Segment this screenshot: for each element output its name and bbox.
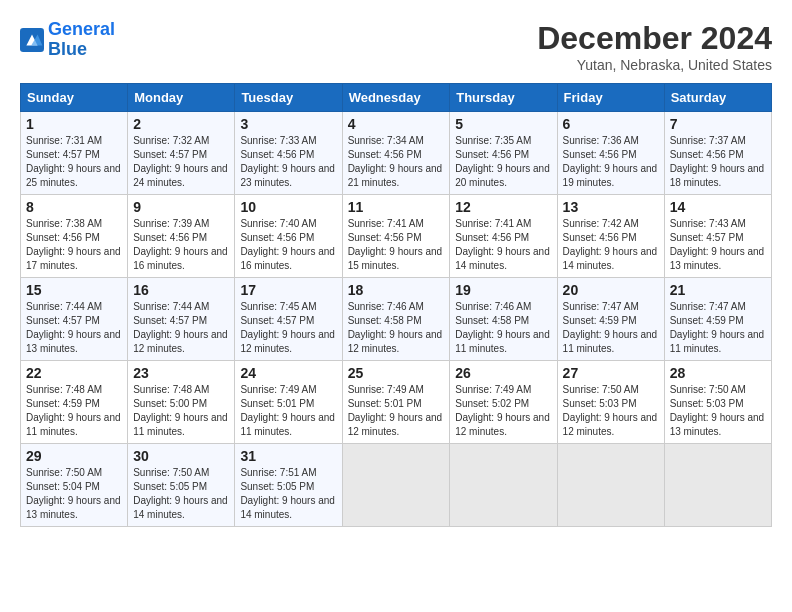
calendar-cell: 30Sunrise: 7:50 AMSunset: 5:05 PMDayligh… bbox=[128, 444, 235, 527]
day-number: 23 bbox=[133, 365, 229, 381]
calendar-cell: 21Sunrise: 7:47 AMSunset: 4:59 PMDayligh… bbox=[664, 278, 771, 361]
calendar-cell: 28Sunrise: 7:50 AMSunset: 5:03 PMDayligh… bbox=[664, 361, 771, 444]
calendar-title: December 2024 bbox=[537, 20, 772, 57]
calendar-cell: 27Sunrise: 7:50 AMSunset: 5:03 PMDayligh… bbox=[557, 361, 664, 444]
calendar-cell: 2Sunrise: 7:32 AMSunset: 4:57 PMDaylight… bbox=[128, 112, 235, 195]
day-number: 30 bbox=[133, 448, 229, 464]
day-detail: Sunrise: 7:48 AMSunset: 4:59 PMDaylight:… bbox=[26, 383, 122, 439]
day-detail: Sunrise: 7:46 AMSunset: 4:58 PMDaylight:… bbox=[455, 300, 551, 356]
day-number: 26 bbox=[455, 365, 551, 381]
calendar-cell: 19Sunrise: 7:46 AMSunset: 4:58 PMDayligh… bbox=[450, 278, 557, 361]
day-detail: Sunrise: 7:50 AMSunset: 5:04 PMDaylight:… bbox=[26, 466, 122, 522]
calendar-subtitle: Yutan, Nebraska, United States bbox=[537, 57, 772, 73]
day-number: 15 bbox=[26, 282, 122, 298]
calendar-cell bbox=[450, 444, 557, 527]
col-header-saturday: Saturday bbox=[664, 84, 771, 112]
day-number: 24 bbox=[240, 365, 336, 381]
day-number: 12 bbox=[455, 199, 551, 215]
calendar-cell: 23Sunrise: 7:48 AMSunset: 5:00 PMDayligh… bbox=[128, 361, 235, 444]
logo-line1: General bbox=[48, 19, 115, 39]
day-detail: Sunrise: 7:34 AMSunset: 4:56 PMDaylight:… bbox=[348, 134, 445, 190]
day-number: 17 bbox=[240, 282, 336, 298]
calendar-cell: 20Sunrise: 7:47 AMSunset: 4:59 PMDayligh… bbox=[557, 278, 664, 361]
day-detail: Sunrise: 7:36 AMSunset: 4:56 PMDaylight:… bbox=[563, 134, 659, 190]
logo-icon bbox=[20, 28, 44, 52]
page-header: General Blue December 2024 Yutan, Nebras… bbox=[20, 20, 772, 73]
day-number: 2 bbox=[133, 116, 229, 132]
calendar-cell: 22Sunrise: 7:48 AMSunset: 4:59 PMDayligh… bbox=[21, 361, 128, 444]
calendar-cell: 18Sunrise: 7:46 AMSunset: 4:58 PMDayligh… bbox=[342, 278, 450, 361]
day-detail: Sunrise: 7:51 AMSunset: 5:05 PMDaylight:… bbox=[240, 466, 336, 522]
calendar-cell: 11Sunrise: 7:41 AMSunset: 4:56 PMDayligh… bbox=[342, 195, 450, 278]
day-detail: Sunrise: 7:44 AMSunset: 4:57 PMDaylight:… bbox=[133, 300, 229, 356]
calendar-week-row: 15Sunrise: 7:44 AMSunset: 4:57 PMDayligh… bbox=[21, 278, 772, 361]
day-detail: Sunrise: 7:44 AMSunset: 4:57 PMDaylight:… bbox=[26, 300, 122, 356]
calendar-cell: 5Sunrise: 7:35 AMSunset: 4:56 PMDaylight… bbox=[450, 112, 557, 195]
day-detail: Sunrise: 7:33 AMSunset: 4:56 PMDaylight:… bbox=[240, 134, 336, 190]
day-number: 7 bbox=[670, 116, 766, 132]
day-detail: Sunrise: 7:38 AMSunset: 4:56 PMDaylight:… bbox=[26, 217, 122, 273]
day-number: 16 bbox=[133, 282, 229, 298]
day-detail: Sunrise: 7:45 AMSunset: 4:57 PMDaylight:… bbox=[240, 300, 336, 356]
col-header-wednesday: Wednesday bbox=[342, 84, 450, 112]
calendar-cell: 7Sunrise: 7:37 AMSunset: 4:56 PMDaylight… bbox=[664, 112, 771, 195]
calendar-cell: 8Sunrise: 7:38 AMSunset: 4:56 PMDaylight… bbox=[21, 195, 128, 278]
day-detail: Sunrise: 7:41 AMSunset: 4:56 PMDaylight:… bbox=[348, 217, 445, 273]
calendar-cell: 25Sunrise: 7:49 AMSunset: 5:01 PMDayligh… bbox=[342, 361, 450, 444]
day-number: 5 bbox=[455, 116, 551, 132]
day-detail: Sunrise: 7:41 AMSunset: 4:56 PMDaylight:… bbox=[455, 217, 551, 273]
day-number: 13 bbox=[563, 199, 659, 215]
col-header-friday: Friday bbox=[557, 84, 664, 112]
calendar-week-row: 29Sunrise: 7:50 AMSunset: 5:04 PMDayligh… bbox=[21, 444, 772, 527]
day-number: 29 bbox=[26, 448, 122, 464]
day-detail: Sunrise: 7:47 AMSunset: 4:59 PMDaylight:… bbox=[670, 300, 766, 356]
calendar-cell: 1Sunrise: 7:31 AMSunset: 4:57 PMDaylight… bbox=[21, 112, 128, 195]
day-number: 25 bbox=[348, 365, 445, 381]
calendar-cell: 31Sunrise: 7:51 AMSunset: 5:05 PMDayligh… bbox=[235, 444, 342, 527]
day-number: 18 bbox=[348, 282, 445, 298]
logo-text: General Blue bbox=[48, 20, 115, 60]
calendar-cell: 12Sunrise: 7:41 AMSunset: 4:56 PMDayligh… bbox=[450, 195, 557, 278]
calendar-cell: 16Sunrise: 7:44 AMSunset: 4:57 PMDayligh… bbox=[128, 278, 235, 361]
calendar-cell: 14Sunrise: 7:43 AMSunset: 4:57 PMDayligh… bbox=[664, 195, 771, 278]
day-detail: Sunrise: 7:49 AMSunset: 5:01 PMDaylight:… bbox=[240, 383, 336, 439]
calendar-cell: 13Sunrise: 7:42 AMSunset: 4:56 PMDayligh… bbox=[557, 195, 664, 278]
calendar-cell: 6Sunrise: 7:36 AMSunset: 4:56 PMDaylight… bbox=[557, 112, 664, 195]
day-number: 19 bbox=[455, 282, 551, 298]
day-number: 20 bbox=[563, 282, 659, 298]
day-detail: Sunrise: 7:42 AMSunset: 4:56 PMDaylight:… bbox=[563, 217, 659, 273]
calendar-week-row: 8Sunrise: 7:38 AMSunset: 4:56 PMDaylight… bbox=[21, 195, 772, 278]
calendar-cell: 4Sunrise: 7:34 AMSunset: 4:56 PMDaylight… bbox=[342, 112, 450, 195]
day-number: 8 bbox=[26, 199, 122, 215]
calendar-cell: 10Sunrise: 7:40 AMSunset: 4:56 PMDayligh… bbox=[235, 195, 342, 278]
day-detail: Sunrise: 7:31 AMSunset: 4:57 PMDaylight:… bbox=[26, 134, 122, 190]
day-detail: Sunrise: 7:40 AMSunset: 4:56 PMDaylight:… bbox=[240, 217, 336, 273]
calendar-cell: 15Sunrise: 7:44 AMSunset: 4:57 PMDayligh… bbox=[21, 278, 128, 361]
day-number: 1 bbox=[26, 116, 122, 132]
day-number: 27 bbox=[563, 365, 659, 381]
col-header-monday: Monday bbox=[128, 84, 235, 112]
col-header-thursday: Thursday bbox=[450, 84, 557, 112]
calendar-table: SundayMondayTuesdayWednesdayThursdayFrid… bbox=[20, 83, 772, 527]
day-detail: Sunrise: 7:46 AMSunset: 4:58 PMDaylight:… bbox=[348, 300, 445, 356]
calendar-cell bbox=[664, 444, 771, 527]
calendar-cell: 9Sunrise: 7:39 AMSunset: 4:56 PMDaylight… bbox=[128, 195, 235, 278]
day-number: 11 bbox=[348, 199, 445, 215]
day-number: 22 bbox=[26, 365, 122, 381]
day-detail: Sunrise: 7:39 AMSunset: 4:56 PMDaylight:… bbox=[133, 217, 229, 273]
calendar-week-row: 22Sunrise: 7:48 AMSunset: 4:59 PMDayligh… bbox=[21, 361, 772, 444]
calendar-cell bbox=[342, 444, 450, 527]
day-detail: Sunrise: 7:32 AMSunset: 4:57 PMDaylight:… bbox=[133, 134, 229, 190]
calendar-cell: 26Sunrise: 7:49 AMSunset: 5:02 PMDayligh… bbox=[450, 361, 557, 444]
day-detail: Sunrise: 7:35 AMSunset: 4:56 PMDaylight:… bbox=[455, 134, 551, 190]
day-number: 4 bbox=[348, 116, 445, 132]
day-detail: Sunrise: 7:49 AMSunset: 5:02 PMDaylight:… bbox=[455, 383, 551, 439]
calendar-week-row: 1Sunrise: 7:31 AMSunset: 4:57 PMDaylight… bbox=[21, 112, 772, 195]
day-number: 14 bbox=[670, 199, 766, 215]
calendar-cell: 3Sunrise: 7:33 AMSunset: 4:56 PMDaylight… bbox=[235, 112, 342, 195]
calendar-cell: 24Sunrise: 7:49 AMSunset: 5:01 PMDayligh… bbox=[235, 361, 342, 444]
day-number: 9 bbox=[133, 199, 229, 215]
logo-line2: Blue bbox=[48, 39, 87, 59]
day-detail: Sunrise: 7:49 AMSunset: 5:01 PMDaylight:… bbox=[348, 383, 445, 439]
logo: General Blue bbox=[20, 20, 115, 60]
